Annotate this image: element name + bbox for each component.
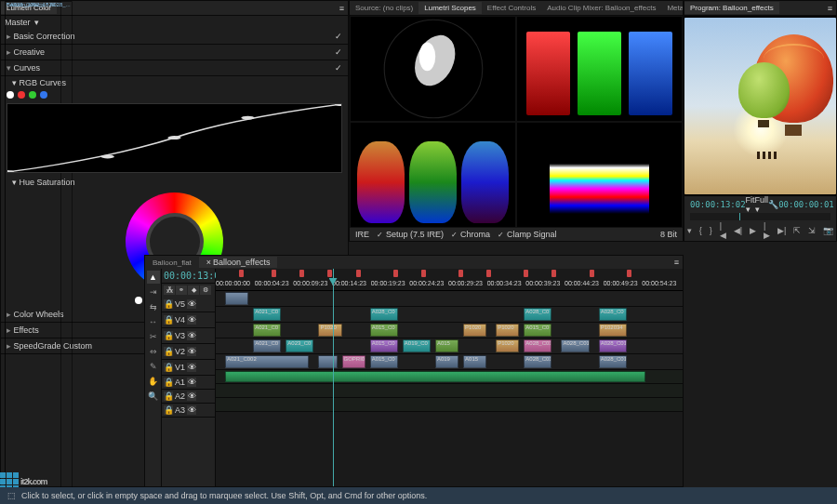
selection-tool[interactable]: ▲	[147, 271, 160, 284]
export-frame-button[interactable]: 📷	[823, 225, 833, 236]
clip[interactable]: A028_C01	[599, 355, 627, 368]
track-V3[interactable]: A021_C0P1020A015_C0P1020P1020A015_C0P102…	[216, 323, 683, 338]
rate-stretch-tool[interactable]: ↔	[147, 315, 160, 328]
track-V4[interactable]: A021_C0A028_C0A028_C0A028_C0	[216, 307, 683, 323]
settings-button[interactable]: ⚙	[200, 285, 211, 295]
tab-effect-controls[interactable]: Effect Controls	[482, 2, 541, 14]
clip[interactable]: A021_C0	[253, 339, 281, 352]
pen-tool[interactable]: ✎	[147, 360, 160, 373]
clip[interactable]: A028_C01	[524, 355, 551, 368]
marker[interactable]	[524, 270, 528, 277]
timeline-tab-flat[interactable]: Balloon_flat	[145, 258, 199, 268]
clip[interactable]: A021_C002	[225, 355, 309, 368]
track-header-V2[interactable]: 🔒V2👁	[162, 344, 215, 360]
clip[interactable]: A015	[435, 339, 458, 352]
panel-menu-icon[interactable]: ≡	[828, 4, 836, 13]
clip[interactable]: A021_C0	[253, 324, 281, 337]
timeline-tracks-area[interactable]: 00:00:00:0000:00:04:2300:00:09:2300:00:1…	[216, 269, 683, 486]
clip[interactable]: P1020	[318, 324, 341, 337]
snap-button[interactable]: ⁂	[164, 285, 175, 295]
track-V1[interactable]: A021_C002GOPRI055.MPA015_C0A019A015A028_…	[216, 354, 683, 370]
track-A3[interactable]	[216, 398, 683, 412]
tab-metadata[interactable]: Metadata	[661, 2, 684, 14]
slip-tool[interactable]: ⇔	[147, 345, 160, 358]
bit-depth-label[interactable]: 8 Bit	[660, 230, 677, 239]
clip[interactable]: A028_C0	[599, 308, 627, 321]
check-clamp[interactable]: Clamp Signal	[498, 230, 557, 239]
marker[interactable]	[393, 270, 398, 277]
marker-button[interactable]: ◆	[188, 285, 199, 295]
clip[interactable]: P1020	[463, 324, 486, 337]
scale-dropdown[interactable]: Full ▾	[755, 195, 769, 214]
clip[interactable]	[225, 371, 645, 382]
program-mini-timeline[interactable]	[690, 213, 830, 220]
timeline-tab-effects[interactable]: ×Balloon_effects	[199, 257, 278, 268]
clip[interactable]: A015	[463, 355, 486, 368]
go-to-out-button[interactable]: ▶|	[777, 225, 786, 236]
track-V2[interactable]: A021_C0A023_C0A015_C0A019_C0A015P1020A02…	[216, 338, 683, 354]
track-A1[interactable]	[216, 370, 683, 384]
clip[interactable]: A028_C01	[561, 339, 589, 352]
track-header-V4[interactable]: 🔒V4👁	[162, 312, 215, 328]
timeline-ruler[interactable]: 00:00:00:0000:00:04:2300:00:09:2300:00:1…	[216, 269, 683, 291]
marker[interactable]	[239, 270, 244, 277]
check-setup[interactable]: Setup (7.5 IRE)	[377, 230, 444, 239]
step-back-button[interactable]: ◀|	[734, 225, 742, 236]
clip[interactable]: A028_C01	[524, 339, 551, 352]
extract-button[interactable]: ⇲	[808, 225, 816, 236]
clip[interactable]: A015_C0	[370, 339, 398, 352]
fit-dropdown[interactable]: Fit ▾	[746, 195, 755, 214]
clip[interactable]	[225, 292, 248, 305]
clip[interactable]: GOPRI055.MP	[342, 355, 365, 368]
panel-menu-icon[interactable]: ≡	[339, 4, 348, 13]
clip[interactable]: A015_C0	[370, 324, 398, 337]
clip[interactable]: A019_C0	[403, 339, 431, 352]
track-header-V3[interactable]: 🔒V3👁	[162, 328, 215, 344]
marker[interactable]	[590, 270, 594, 277]
marker[interactable]	[486, 270, 491, 277]
track-V5[interactable]	[216, 291, 683, 307]
hand-tool[interactable]: ✋	[147, 375, 160, 388]
track-header-A1[interactable]: 🔒A1👁	[162, 376, 215, 390]
track-A2[interactable]	[216, 384, 683, 398]
clip[interactable]: P1020	[496, 324, 519, 337]
marker[interactable]	[421, 270, 426, 277]
clip[interactable]: A028_C0	[370, 308, 398, 321]
tab-source[interactable]: Source: (no clips)	[350, 2, 418, 14]
mark-in-button[interactable]: {	[699, 225, 702, 236]
marker[interactable]	[551, 270, 556, 277]
mark-out-button[interactable]: }	[710, 225, 712, 236]
marker[interactable]	[458, 270, 463, 277]
program-timecode[interactable]: 00:00:13:02	[690, 200, 746, 209]
marker[interactable]	[299, 270, 304, 277]
wrench-icon[interactable]: 🔧	[768, 200, 778, 209]
clip[interactable]: A028_C01	[599, 339, 627, 352]
track-select-tool[interactable]: ⇥	[147, 285, 160, 298]
tab-lumetri-scopes[interactable]: Lumetri Scopes	[418, 2, 482, 14]
clip[interactable]: A015_C0	[524, 324, 551, 337]
ripple-edit-tool[interactable]: ⇆	[147, 300, 160, 313]
clip[interactable]: A028_C0	[524, 308, 551, 321]
linked-selection-button[interactable]: ⚭	[176, 285, 187, 295]
play-button[interactable]: ▶	[750, 225, 756, 236]
clip[interactable]	[318, 355, 337, 368]
lift-button[interactable]: ⇱	[793, 225, 801, 236]
playhead[interactable]	[333, 269, 334, 486]
go-to-in-button[interactable]: |◀	[720, 225, 726, 236]
marker[interactable]	[272, 270, 276, 277]
clip[interactable]: A019	[435, 355, 458, 368]
razor-tool[interactable]: ✂	[147, 330, 160, 343]
timeline-timecode[interactable]: 00:00:13:02	[162, 269, 215, 284]
tab-audio-mixer[interactable]: Audio Clip Mixer: Balloon_effects	[541, 2, 661, 14]
add-marker-button[interactable]: ▾	[687, 225, 692, 236]
marker[interactable]	[627, 270, 631, 277]
clip[interactable]: A021_C0	[253, 308, 281, 321]
track-header-V1[interactable]: 🔒V1👁	[162, 360, 215, 376]
tab-program[interactable]: Program: Balloon_effects	[684, 2, 779, 14]
program-preview[interactable]	[684, 16, 836, 196]
clip[interactable]: P102034	[599, 324, 627, 337]
rgb-curves-editor[interactable]	[7, 103, 342, 173]
track-header-A2[interactable]: 🔒A2👁	[162, 390, 215, 404]
track-header-V5[interactable]: 🔒V5👁	[162, 297, 215, 312]
clip[interactable]: A015_C0	[370, 355, 398, 368]
